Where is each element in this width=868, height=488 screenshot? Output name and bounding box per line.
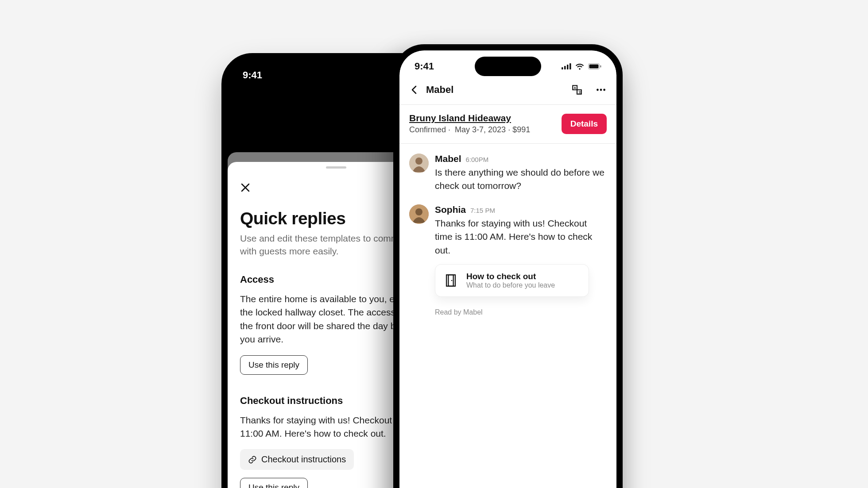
- svg-point-15: [603, 89, 605, 91]
- checkout-instructions-chip[interactable]: Checkout instructions: [240, 449, 354, 470]
- booking-meta: Confirmed · May 3-7, 2023 · $991: [409, 125, 530, 134]
- message-time: 6:00PM: [466, 156, 489, 163]
- svg-rect-21: [448, 275, 453, 286]
- message-text: Is there anything we should do before we…: [435, 166, 607, 193]
- message-time: 7:15 PM: [470, 207, 495, 214]
- link-icon: [248, 455, 257, 464]
- read-receipt: Read by Mabel: [435, 308, 607, 316]
- translate-icon[interactable]: A文: [571, 84, 583, 96]
- svg-point-22: [451, 280, 453, 281]
- card-title: How to check out: [466, 272, 555, 281]
- message-item: Mabel 6:00PM Is there anything we should…: [409, 154, 607, 193]
- card-subtitle: What to do before you leave: [466, 281, 555, 289]
- svg-rect-5: [564, 66, 566, 69]
- message-text: Thanks for staying with us! Checkout tim…: [435, 217, 607, 257]
- booking-bar: Bruny Island Hideaway Confirmed · May 3-…: [399, 105, 616, 144]
- chat-title: Mabel: [426, 84, 453, 96]
- booking-name[interactable]: Bruny Island Hideaway: [409, 113, 530, 123]
- close-icon[interactable]: [240, 182, 251, 193]
- svg-point-17: [415, 158, 422, 165]
- message-item: Sophia 7:15 PM Thanks for staying with u…: [409, 204, 607, 297]
- avatar[interactable]: [409, 154, 429, 173]
- svg-rect-7: [570, 63, 571, 69]
- wifi-icon: [575, 63, 585, 70]
- details-button[interactable]: Details: [562, 114, 607, 134]
- use-reply-button-access[interactable]: Use this reply: [240, 355, 308, 375]
- message-sender: Sophia: [435, 204, 466, 215]
- chat-header: Mabel A文: [399, 82, 616, 105]
- svg-rect-20: [446, 275, 455, 286]
- sheet-handle[interactable]: [326, 166, 346, 169]
- message-thread: Mabel 6:00PM Is there anything we should…: [399, 144, 616, 316]
- phone-messages: 9:41 Mabel A文 Bruny Island Hideaway: [393, 44, 623, 488]
- door-icon: [443, 273, 458, 288]
- svg-rect-6: [567, 65, 569, 69]
- svg-text:A: A: [574, 86, 576, 90]
- svg-point-14: [600, 89, 602, 91]
- svg-rect-10: [600, 65, 601, 68]
- svg-rect-9: [589, 65, 599, 69]
- status-indicators: [562, 63, 601, 70]
- checkout-card[interactable]: How to check out What to do before you l…: [435, 264, 589, 297]
- status-time: 9:41: [415, 61, 434, 72]
- avatar[interactable]: [409, 204, 429, 224]
- use-reply-button-checkout[interactable]: Use this reply: [240, 478, 308, 488]
- cellular-icon: [562, 63, 571, 69]
- svg-point-13: [597, 89, 599, 91]
- back-icon[interactable]: [409, 85, 420, 95]
- more-icon[interactable]: [595, 84, 607, 96]
- svg-point-19: [415, 208, 422, 215]
- battery-icon: [588, 63, 601, 69]
- svg-rect-4: [562, 67, 563, 69]
- status-time: 9:41: [243, 69, 262, 81]
- svg-text:文: 文: [578, 90, 581, 94]
- chip-label: Checkout instructions: [261, 454, 346, 465]
- message-sender: Mabel: [435, 154, 461, 164]
